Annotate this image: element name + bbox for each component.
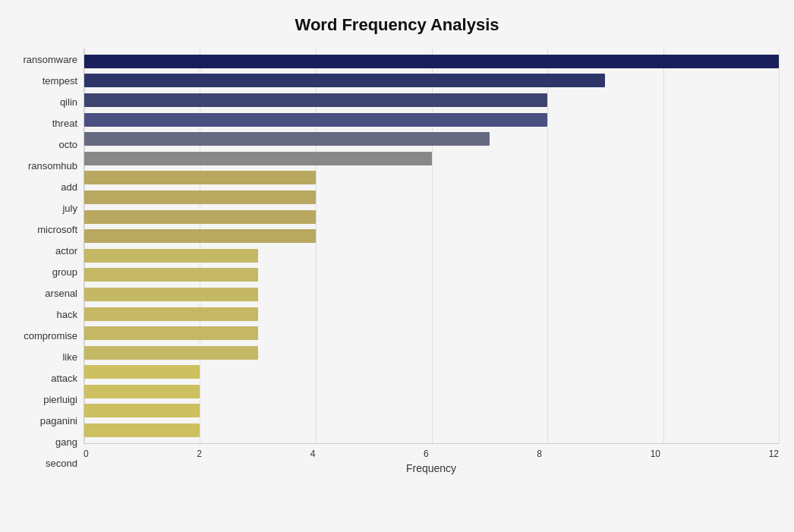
bar-row xyxy=(84,247,779,264)
bar xyxy=(84,288,258,301)
chart-area: ransomwaretempestqilinthreatoctoransomhu… xyxy=(15,49,779,474)
y-label: paganini xyxy=(40,416,77,426)
bars-wrapper xyxy=(84,49,779,443)
bar xyxy=(84,365,200,379)
bar xyxy=(84,210,316,224)
bar xyxy=(84,385,200,398)
x-tick: 2 xyxy=(197,449,202,459)
bar-row xyxy=(84,150,779,167)
bar-row xyxy=(84,209,779,225)
bar xyxy=(84,113,547,127)
bar xyxy=(84,74,605,87)
y-label: second xyxy=(46,458,77,468)
bar-row xyxy=(84,112,779,128)
y-label: microsoft xyxy=(37,225,77,235)
y-label: actor xyxy=(55,246,77,256)
bar-row xyxy=(84,383,779,400)
bar xyxy=(84,171,316,184)
bar xyxy=(84,229,316,243)
y-labels: ransomwaretempestqilinthreatoctoransomhu… xyxy=(15,49,83,474)
y-label: ransomhub xyxy=(28,161,77,171)
bar-row xyxy=(84,286,779,303)
bar-row xyxy=(84,402,779,419)
y-label: like xyxy=(62,352,77,362)
x-tick: 4 xyxy=(310,449,316,459)
bar-row xyxy=(84,345,779,361)
x-tick: 0 xyxy=(83,449,89,459)
bar-row xyxy=(84,92,779,109)
bar xyxy=(84,132,490,146)
bar xyxy=(84,55,779,68)
bar xyxy=(84,93,547,107)
bar xyxy=(84,249,258,263)
y-label: threat xyxy=(52,118,77,128)
y-label: add xyxy=(61,182,77,192)
bar xyxy=(84,346,258,360)
bar xyxy=(84,268,258,282)
y-label: ransomware xyxy=(23,55,77,65)
y-label: tempest xyxy=(43,76,77,86)
x-tick: 6 xyxy=(424,449,429,459)
bar-row xyxy=(84,53,779,70)
bar xyxy=(84,152,432,165)
bar-row xyxy=(84,306,779,323)
bar xyxy=(84,307,258,321)
bar xyxy=(84,326,258,340)
bar-row xyxy=(84,169,779,186)
x-tick: 10 xyxy=(651,449,660,459)
y-label: octo xyxy=(58,140,77,150)
x-tick: 12 xyxy=(769,449,779,459)
bars-and-x: 024681012 Frequency xyxy=(83,49,779,474)
y-label: gang xyxy=(55,437,77,447)
bar-row xyxy=(84,189,779,206)
bar-row xyxy=(84,422,779,439)
x-tick: 8 xyxy=(537,449,542,459)
x-axis: 024681012 xyxy=(83,444,779,459)
bar xyxy=(84,190,316,204)
bar-row xyxy=(84,131,779,147)
bar-row xyxy=(84,364,779,380)
bars-section xyxy=(83,49,779,444)
y-label: compromise xyxy=(24,331,77,341)
y-label: group xyxy=(52,267,77,277)
bar xyxy=(84,423,200,437)
y-label: qilin xyxy=(60,97,77,107)
y-label: pierluigi xyxy=(43,395,77,405)
grid-line xyxy=(779,49,780,443)
chart-container: Word Frequency Analysis ransomwaretempes… xyxy=(0,0,794,532)
bar-row xyxy=(84,325,779,342)
y-label: attack xyxy=(51,373,77,383)
y-label: july xyxy=(62,203,77,213)
chart-title: Word Frequency Analysis xyxy=(15,15,779,35)
bar xyxy=(84,404,200,417)
y-label: hack xyxy=(57,310,77,320)
y-label: arsenal xyxy=(45,288,77,298)
x-axis-label: Frequency xyxy=(83,462,779,474)
bar-row xyxy=(84,228,779,244)
bar-row xyxy=(84,72,779,89)
bar-row xyxy=(84,266,779,283)
